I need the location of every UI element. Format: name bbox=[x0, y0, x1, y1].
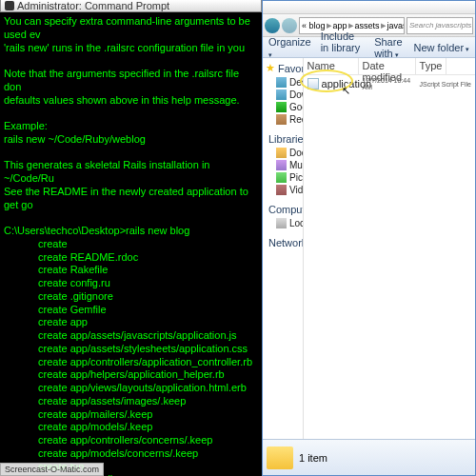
jscript-file-icon bbox=[307, 78, 319, 89]
library-item-icon bbox=[276, 185, 287, 195]
explorer-window: « blog▸app▸assets▸javascripts Search jav… bbox=[262, 0, 476, 476]
network-header[interactable]: Network bbox=[263, 229, 303, 250]
file-type: JScript Script File bbox=[420, 81, 471, 88]
explorer-toolbar: Organize Include in library Share with N… bbox=[263, 37, 475, 58]
status-text: 1 item bbox=[299, 452, 327, 464]
sidebar-item[interactable]: Music bbox=[263, 159, 303, 171]
library-item-icon bbox=[276, 172, 287, 183]
watermark: Screencast-O-Matic.com bbox=[0, 463, 104, 476]
explorer-addressbar-row: « blog▸app▸assets▸javascripts Search jav… bbox=[263, 14, 475, 37]
cmd-titlebar: Administrator: Command Prompt bbox=[0, 0, 262, 12]
explorer-statusbar: 1 item bbox=[263, 439, 475, 475]
sidebar-item[interactable]: Documents bbox=[263, 147, 303, 159]
cmd-title-text: Administrator: Command Prompt bbox=[17, 0, 169, 11]
sidebar-item[interactable]: Local Disk (C:) bbox=[263, 217, 303, 229]
nav-forward-button[interactable] bbox=[282, 18, 297, 33]
explorer-sidebar: ★Favorites DesktopDownloadsGoogle DriveR… bbox=[263, 58, 304, 439]
folder-icon bbox=[276, 77, 287, 88]
folder-icon bbox=[267, 446, 293, 469]
computer-header[interactable]: Computer bbox=[263, 196, 303, 217]
column-headers[interactable]: Name Date modified Type bbox=[304, 58, 475, 75]
folder-icon bbox=[276, 102, 287, 112]
command-prompt[interactable]: You can specify extra command-line argum… bbox=[0, 0, 262, 476]
folder-icon bbox=[276, 89, 287, 100]
file-name: application bbox=[322, 78, 363, 89]
col-type[interactable]: Type bbox=[416, 58, 447, 74]
sidebar-item[interactable]: Desktop bbox=[263, 76, 303, 89]
share-menu[interactable]: Share with bbox=[374, 36, 404, 59]
library-item-icon bbox=[276, 160, 287, 170]
new-folder-button[interactable]: New folder bbox=[413, 42, 469, 53]
nav-back-button[interactable] bbox=[265, 18, 280, 33]
sidebar-item[interactable]: Pictures bbox=[263, 171, 303, 184]
star-icon: ★ bbox=[266, 62, 275, 74]
col-name[interactable]: Name bbox=[304, 58, 359, 74]
sidebar-item[interactable]: Recent Places bbox=[263, 113, 303, 126]
sidebar-item[interactable]: Videos bbox=[263, 184, 303, 196]
sidebar-item[interactable]: Google Drive bbox=[263, 101, 303, 113]
libraries-header[interactable]: Libraries bbox=[263, 126, 303, 147]
disk-icon bbox=[276, 218, 287, 228]
file-row-application[interactable]: application ↖ 12/7/2014 10:44 AM JScript… bbox=[304, 75, 475, 92]
favorites-header[interactable]: ★Favorites bbox=[263, 58, 303, 76]
folder-icon bbox=[276, 114, 287, 125]
sidebar-item[interactable]: Downloads bbox=[263, 89, 303, 101]
file-list-pane[interactable]: Name Date modified Type application ↖ 12… bbox=[304, 58, 475, 439]
search-input[interactable]: Search javascripts bbox=[407, 17, 473, 34]
explorer-titlebar[interactable] bbox=[263, 1, 475, 14]
col-date[interactable]: Date modified bbox=[359, 58, 416, 74]
file-date: 12/7/2014 10:44 AM bbox=[363, 77, 420, 90]
library-item-icon bbox=[276, 148, 287, 158]
organize-menu[interactable]: Organize bbox=[268, 36, 311, 59]
cmd-icon bbox=[5, 1, 14, 10]
